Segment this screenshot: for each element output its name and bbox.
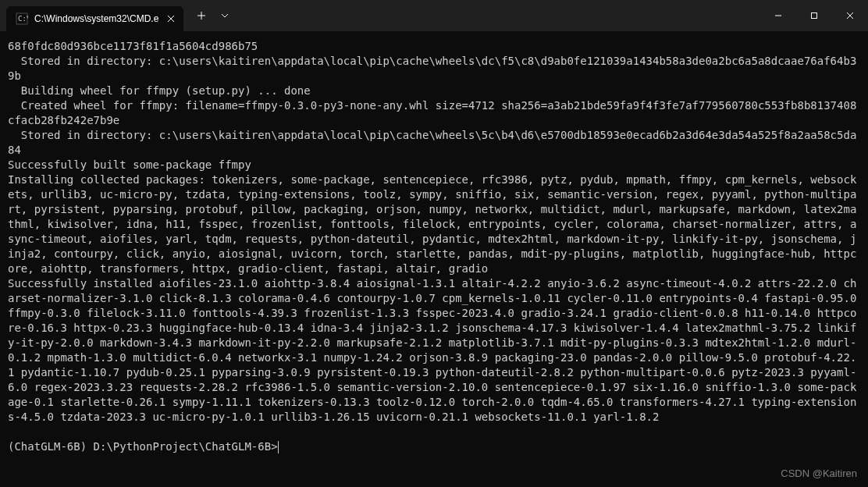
watermark: CSDN @Kaitiren xyxy=(781,467,857,479)
tab-close-button[interactable] xyxy=(165,12,177,25)
tab-dropdown-button[interactable] xyxy=(213,4,237,27)
tab-active[interactable]: C:\ C:\Windows\system32\CMD.e xyxy=(6,6,183,31)
terminal-line: Building wheel for ffmpy (setup.py) ... … xyxy=(8,84,311,97)
terminal-line: Stored in directory: c:\users\kaitiren\a… xyxy=(8,55,856,82)
cmd-icon: C:\ xyxy=(16,12,28,25)
new-tab-button[interactable] xyxy=(190,4,213,27)
terminal-line: Created wheel for ffmpy: filename=ffmpy-… xyxy=(8,99,856,126)
cursor-icon xyxy=(278,441,279,453)
close-button[interactable] xyxy=(832,0,868,31)
terminal-line: Successfully built some-package ffmpy xyxy=(8,158,251,171)
svg-text:C:\: C:\ xyxy=(18,15,28,23)
terminal-line: Successfully installed aiofiles-23.1.0 a… xyxy=(8,277,863,423)
terminal-line: Stored in directory: c:\users\kaitiren\a… xyxy=(8,129,856,156)
terminal-line: 68f0fdc80d936bce1173f81f1a5604cd986b75 xyxy=(8,40,258,52)
terminal-prompt: (ChatGLM-6B) D:\PythonProject\ChatGLM-6B… xyxy=(8,440,278,453)
titlebar: C:\ C:\Windows\system32\CMD.e xyxy=(0,0,868,31)
maximize-button[interactable] xyxy=(796,0,832,31)
minimize-button[interactable] xyxy=(760,0,796,31)
terminal-line: Installing collected packages: tokenizer… xyxy=(8,173,856,275)
terminal-output[interactable]: 68f0fdc80d936bce1173f81f1a5604cd986b75 S… xyxy=(0,31,868,462)
svg-rect-2 xyxy=(812,13,817,19)
window-controls xyxy=(760,0,868,31)
tab-title: C:\Windows\system32\CMD.e xyxy=(34,13,158,24)
